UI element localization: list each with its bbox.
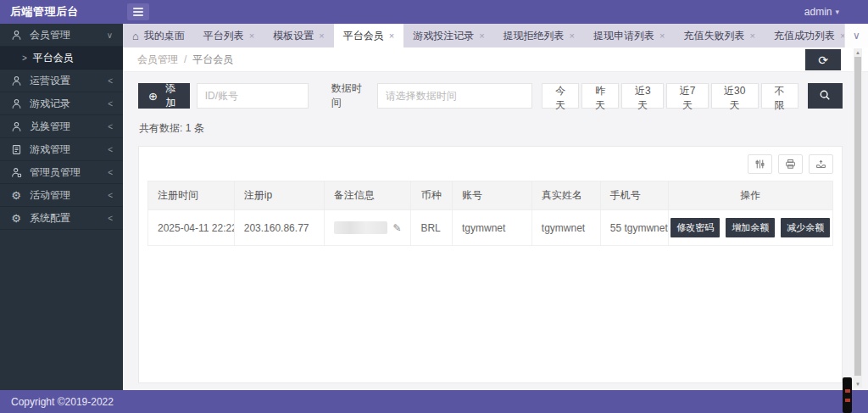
top-bar: 后端管理后台 admin ▾ [0,0,868,24]
search-button[interactable] [808,83,843,109]
tab-platform-list[interactable]: 平台列表 × [194,24,264,47]
column-header: 操作 [669,181,833,210]
quick-range-group: 今天 昨天 近3天 近7天 近30天 不限 [542,83,798,109]
tab-recharge-failed-list[interactable]: 充值失败列表 × [674,24,764,47]
print-button[interactable] [778,154,803,174]
close-icon[interactable]: × [249,31,254,41]
app-title: 后端管理后台 [0,4,123,20]
tab-game-bet-records[interactable]: 游戏投注记录 × [403,24,493,47]
refresh-button[interactable]: ⟳ [805,49,841,70]
range-3days-button[interactable]: 近3天 [621,83,664,109]
change-password-button[interactable]: 修改密码 [670,218,720,237]
range-today-button[interactable]: 今天 [542,83,579,109]
sidebar-item-label: 会员管理 [30,28,70,42]
sidebar-item-game-records[interactable]: 游戏记录 < [0,92,123,115]
table-toolbar [147,154,833,175]
hamburger-menu-icon[interactable] [127,3,149,20]
floating-service-widget[interactable] [843,377,852,413]
table-empty-area [147,246,833,375]
range-7days-button[interactable]: 近7天 [666,83,709,109]
cell-currency: BRL [411,210,453,246]
page-content: ⊕ 添加 数据时间 今天 昨天 近3天 近7天 近30天 不限 共有数据: 1 … [123,72,868,390]
column-header: 备注信息 [325,181,412,210]
tab-recharge-success-list[interactable]: 充值成功列表 × [765,24,854,47]
range-yesterday-button[interactable]: 昨天 [581,83,619,109]
export-button[interactable] [809,154,833,174]
close-icon[interactable]: × [479,31,484,41]
sidebar: 会员管理 ∨ > 平台会员 运营设置 < 游戏记录 < 兑换管理 < 游戏管理 … [0,24,123,390]
document-icon [10,143,22,155]
tab-template-settings[interactable]: 模板设置 × [264,24,333,47]
close-icon[interactable]: × [389,31,394,41]
caret-down-icon: ▾ [835,8,839,16]
tab-label: 提现申请列表 [593,29,654,43]
tab-list-dropdown-button[interactable]: ∨ [844,24,868,47]
sidebar-item-label: 游戏记录 [30,97,70,111]
chevron-right-icon: > [22,53,27,63]
cell-phone: 55 tgymwnet [601,210,669,246]
tab-label: 平台列表 [203,29,244,43]
chevron-left-icon: < [108,214,113,223]
sidebar-item-label: 系统配置 [30,211,70,226]
tab-label: 模板设置 [273,29,314,43]
record-count: 共有数据: 1 条 [139,121,843,136]
tab-label: 提现拒绝列表 [504,29,565,43]
column-header: 币种 [411,181,453,210]
add-button[interactable]: ⊕ 添加 [138,83,190,109]
sidebar-item-system-config[interactable]: ⚙ 系统配置 < [0,207,123,230]
scroll-up-arrow[interactable]: ▲ [854,48,862,56]
columns-icon [754,159,765,170]
user-icon [10,29,22,41]
vertical-scrollbar[interactable]: ▲ ▼ [854,48,862,388]
column-header: 真实姓名 [532,181,601,210]
chevron-left-icon: < [108,122,113,131]
date-range-input[interactable] [377,83,532,109]
edit-pencil-icon[interactable]: ✎ [392,222,401,234]
close-icon[interactable]: × [659,31,665,41]
range-30days-button[interactable]: 近30天 [711,83,758,109]
close-icon[interactable]: × [570,31,575,41]
user-icon [10,120,22,132]
sidebar-item-member-management[interactable]: 会员管理 ∨ [0,24,123,47]
range-unlimited-button[interactable]: 不限 [761,83,798,109]
scroll-down-arrow[interactable]: ▼ [854,380,862,388]
refresh-icon: ⟳ [818,53,828,67]
user-menu[interactable]: admin ▾ [804,6,868,18]
sidebar-item-label: 游戏管理 [30,142,70,157]
id-account-input[interactable] [197,83,309,109]
sidebar-subitem-platform-members[interactable]: > 平台会员 [0,47,123,70]
table-card: 注册时间 注册ip 备注信息 币种 账号 真实姓名 手机号 操作 2025-04… [138,146,843,383]
column-filter-button[interactable] [748,154,772,174]
tab-bar: ⌂ 我的桌面 平台列表 × 模板设置 × 平台会员 × 游戏投注记录 × 提现拒… [123,24,868,47]
tab-withdraw-request-list[interactable]: 提现申请列表 × [584,24,674,47]
sidebar-item-game-management[interactable]: 游戏管理 < [0,138,123,161]
sidebar-item-admin-management[interactable]: 管理员管理 < [0,161,123,184]
tab-withdraw-rejected-list[interactable]: 提现拒绝列表 × [494,24,584,47]
cell-register-time: 2025-04-11 22:22:26 [147,210,235,246]
sidebar-item-activity-management[interactable]: ⚙ 活动管理 < [0,184,123,207]
close-icon[interactable]: × [749,31,754,41]
tab-my-desktop[interactable]: ⌂ 我的桌面 [123,24,194,47]
breadcrumb-separator: / [184,53,186,65]
tab-label: 我的桌面 [144,29,185,43]
close-icon[interactable]: × [319,31,324,41]
user-icon [10,75,22,87]
chevron-left-icon: < [108,99,113,109]
cell-remark: ✎ [325,210,412,246]
gear-icon: ⚙ [10,212,22,224]
user-icon [10,98,22,109]
increase-balance-button[interactable]: 增加余额 [726,218,775,237]
column-header: 注册ip [235,181,325,210]
table-row: 2025-04-11 22:22:26 203.160.86.77 ✎ BRL … [147,210,833,246]
tab-platform-members[interactable]: 平台会员 × [334,24,403,47]
cell-actions: 修改密码 增加余额 减少余额 [669,210,833,246]
date-filter-label: 数据时间 [331,81,369,110]
decrease-balance-button[interactable]: 减少余额 [781,218,830,237]
sidebar-item-label: 管理员管理 [30,165,81,180]
redacted-remark-value [334,221,388,234]
sidebar-item-operation-settings[interactable]: 运营设置 < [0,70,123,92]
breadcrumb-section: 会员管理 [137,53,178,67]
sidebar-item-exchange-management[interactable]: 兑换管理 < [0,115,123,138]
scrollbar-thumb[interactable] [854,57,861,376]
plus-circle-icon: ⊕ [148,90,158,103]
